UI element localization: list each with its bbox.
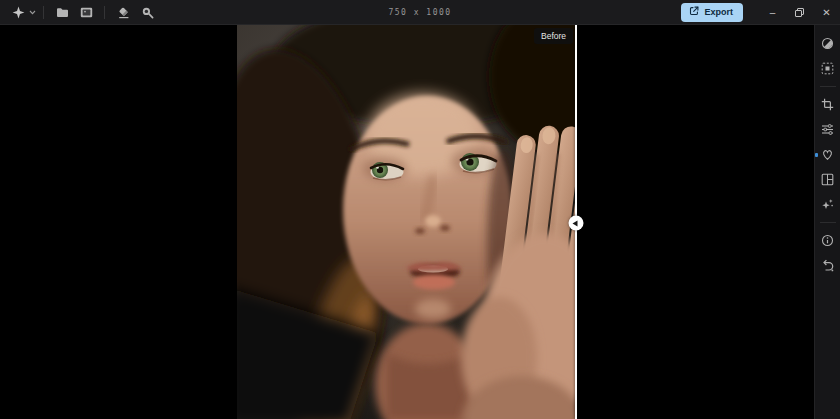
close-icon: ✕ [822,7,830,18]
sidebar-item-magic-enhance[interactable] [815,192,840,217]
compare-slider-handle[interactable] [569,216,584,231]
chevron-down-icon [29,10,36,15]
export-button-label: Export [704,7,733,17]
image-icon [80,7,93,18]
restore-icon [795,8,804,17]
collage-icon [821,173,834,186]
toolbar-separator [43,6,44,19]
before-badge: Before [534,28,573,44]
slider-arrow-left-icon [572,220,577,226]
sidebar-item-collage[interactable] [815,167,840,192]
eraser-tool-button[interactable] [111,3,135,22]
adjustments-icon [821,123,834,136]
minimize-button[interactable]: – [759,0,786,25]
sidebar-divider [820,86,836,87]
styles-icon [821,37,834,50]
folder-icon [56,7,69,18]
undo-icon [821,259,834,272]
open-folder-button[interactable] [50,3,74,22]
sidebar-item-styles[interactable] [815,31,840,56]
sparkle-icon [12,6,25,19]
sidebar-divider [820,222,836,223]
ai-masking-icon [821,62,834,75]
sidebar-item-crop[interactable] [815,92,840,117]
photo-before-pane [237,25,576,419]
magnifier-icon [141,6,154,19]
restore-button[interactable] [786,0,813,25]
portrait-image [237,25,576,419]
sidebar-item-face-ai[interactable] [815,142,840,167]
tools-sidebar [814,25,840,419]
app-window: 750 x 1000 Export – [0,0,840,419]
editor-canvas: Before [0,25,814,419]
active-tool-indicator [815,153,818,157]
sidebar-item-undo[interactable] [815,253,840,278]
magic-enhance-icon [821,198,834,211]
zoom-tool-button[interactable] [135,3,159,22]
open-image-button[interactable] [74,3,98,22]
toolbar-separator [104,6,105,19]
close-button[interactable]: ✕ [813,0,840,25]
export-icon [689,6,699,18]
face-ai-icon [821,148,834,161]
eraser-icon [117,6,130,19]
enhance-dropdown-button[interactable] [27,3,37,22]
sidebar-item-ai-masking[interactable] [815,56,840,81]
info-icon [821,234,834,247]
sidebar-item-adjustments[interactable] [815,117,840,142]
sidebar-item-info[interactable] [815,228,840,253]
top-toolbar: 750 x 1000 Export – [0,0,840,25]
topbar-right-controls: Export – ✕ [681,0,840,25]
image-dimensions-label: 750 x 1000 [388,8,451,17]
minimize-icon: – [770,7,776,18]
export-button[interactable]: Export [681,3,743,22]
crop-icon [821,98,834,111]
